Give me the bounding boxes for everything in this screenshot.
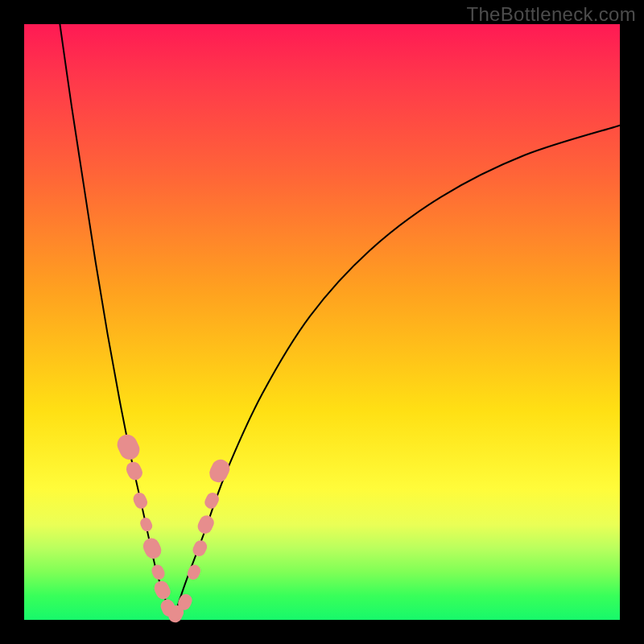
svg-rect-11	[191, 539, 209, 559]
curve-left-path	[60, 24, 173, 620]
curve-right-path	[173, 126, 620, 620]
watermark-text: TheBottleneck.com	[466, 3, 636, 26]
chart-frame: TheBottleneck.com	[0, 0, 644, 644]
svg-rect-12	[196, 513, 217, 535]
marker	[131, 491, 150, 511]
svg-rect-5	[150, 563, 167, 581]
marker	[152, 579, 173, 601]
marker	[124, 460, 145, 482]
marker	[138, 516, 155, 533]
marker	[196, 513, 217, 535]
svg-rect-2	[131, 491, 150, 511]
svg-rect-4	[140, 535, 163, 561]
svg-rect-3	[138, 516, 155, 533]
marker	[114, 431, 143, 463]
marker	[206, 456, 233, 485]
marker	[140, 535, 163, 561]
marker	[185, 563, 202, 581]
curve-right	[173, 126, 620, 620]
marker	[191, 539, 209, 559]
curve-left	[60, 24, 173, 620]
marker	[150, 563, 167, 581]
svg-rect-10	[185, 563, 202, 581]
plot-area	[24, 24, 620, 620]
svg-rect-6	[152, 579, 173, 601]
svg-rect-0	[114, 431, 143, 463]
svg-rect-14	[206, 456, 233, 485]
svg-rect-1	[124, 460, 145, 482]
chart-svg	[24, 24, 620, 620]
